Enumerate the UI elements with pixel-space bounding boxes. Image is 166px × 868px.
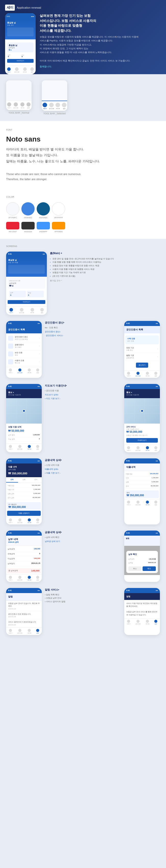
loan-desc-body: • 신청 내역 이용 bbox=[45, 463, 121, 467]
final-nav-4[interactable]: 설정 bbox=[154, 620, 157, 625]
modal-confirm-button[interactable]: 확인 bbox=[143, 566, 156, 571]
renewal-button[interactable]: 갱신하기 bbox=[136, 363, 148, 368]
swatch-rect-3 bbox=[37, 222, 50, 229]
map-phone-2: 9:41 ●● 통보 × 세이보험 이용내역 근처 서비스 bbox=[124, 384, 160, 452]
map2-nav-4[interactable]: 설정 bbox=[154, 446, 157, 451]
loan-row-value-4: 95,000,000 bbox=[33, 497, 40, 499]
loan-total: 총 대출금액 ₩ 350,000,000 bbox=[7, 502, 41, 510]
screens-label: SCREENS bbox=[6, 245, 160, 247]
lbn-item-4[interactable]: 설정 bbox=[36, 368, 39, 373]
loan-nav-4[interactable]: 설정 bbox=[36, 518, 39, 523]
list-desc-link-2[interactable]: · 공인인증서 서비스 · bbox=[45, 334, 121, 337]
payment-items: 납부금액 148,000 연체금액 0 미납금액 148,000 납부일자 20… bbox=[6, 546, 42, 567]
list-item-1[interactable]: 공인인증서 갱신 유효기간 만료 예정 › bbox=[7, 334, 41, 342]
list-desc-link[interactable]: 공인인증서 갱신• bbox=[45, 330, 121, 333]
loan2-nav-3[interactable]: 세이뷰 bbox=[146, 501, 149, 505]
toolbar-item-view[interactable]: 세이뷰 bbox=[20, 102, 24, 108]
lbn2-item-3[interactable]: 세이뷰 bbox=[146, 372, 149, 377]
toolbar-selected-item-settings[interactable]: 설정 bbox=[62, 103, 66, 109]
nav-item-settings[interactable]: 설정 bbox=[30, 67, 34, 73]
loan-tab-remain[interactable]: 잔여 bbox=[30, 477, 42, 483]
map-desc-link-1[interactable]: 지도보기 상세• bbox=[45, 393, 121, 396]
payment-nav-1[interactable]: 내보기 bbox=[9, 576, 12, 581]
list-item-3[interactable]: 보안 인증 정상 › bbox=[7, 350, 41, 358]
home-desc-item-6: (로그인 기준으로 표시됨) bbox=[50, 274, 160, 278]
map-desc-link-2[interactable]: • 지도 기본 보기 - bbox=[45, 397, 121, 400]
loan-nav-3[interactable]: 세이뷰 bbox=[27, 518, 31, 523]
toolbar-normal-bar: 내보기 공인인증 세이뷰 설정 bbox=[6, 101, 32, 110]
loan-tab-repay[interactable]: 상환 bbox=[18, 477, 30, 483]
lbn2-item-4[interactable]: 설정 bbox=[154, 372, 157, 377]
list-status-bar: 9:41 ●● bbox=[6, 321, 42, 326]
lbn-item-1[interactable]: 내보기 bbox=[9, 368, 12, 373]
final-nav-2[interactable]: 공인인증 bbox=[135, 620, 141, 625]
notif-nav-1[interactable]: 내보기 bbox=[9, 629, 12, 634]
lbn2-item-2[interactable]: 공인인증 bbox=[135, 372, 141, 377]
map-nav-1[interactable]: 내보기 bbox=[9, 445, 12, 450]
nav-item-view[interactable]: 세이뷰 bbox=[23, 67, 27, 73]
map-nav-4[interactable]: 설정 bbox=[36, 445, 39, 450]
see-more-link[interactable]: 함께합니다. bbox=[40, 65, 161, 68]
payment-nav-4[interactable]: 설정 bbox=[36, 576, 39, 581]
list2-item-2[interactable]: 발행 기관 금융결제원 › bbox=[125, 353, 159, 361]
loan-time: 9:41 bbox=[8, 460, 12, 462]
secondary-colors: #E72537 #333333 #4098FF #FF9600 bbox=[6, 222, 160, 233]
list2-item-1[interactable]: 유효 기간 보통 갱신 › bbox=[125, 345, 159, 353]
loan2-nav-4[interactable]: 설정 bbox=[154, 501, 157, 505]
notif-nav-2[interactable]: 공인인증 bbox=[17, 629, 22, 634]
toolbar-item-cert[interactable]: 공인인증 bbox=[13, 102, 18, 108]
payment-desc-link[interactable]: 납부금 상세 보기 bbox=[45, 540, 121, 543]
toolbar-selected-item-view[interactable]: 세이뷰 bbox=[56, 103, 60, 109]
toolbar-item-home[interactable]: 내보기 bbox=[7, 102, 11, 108]
final-nav-1[interactable]: 내보기 bbox=[127, 620, 131, 625]
payment-nav-2[interactable]: 공인인증 bbox=[17, 576, 22, 581]
map-nav-3[interactable]: 세이뷰 bbox=[27, 445, 31, 450]
toolbar-section: 내보기 공인인증 세이뷰 설정 TOOL BAR _ bbox=[0, 74, 166, 121]
lbn2-item-1[interactable]: 내보기 bbox=[127, 372, 131, 377]
map-title: 통보 × bbox=[8, 391, 40, 394]
lbn-item-3[interactable]: 세이뷰 bbox=[27, 368, 31, 373]
list2-renewal-btn[interactable]: 갱신하기 bbox=[125, 361, 159, 369]
loan-button[interactable]: 대출 신청하기 bbox=[7, 511, 41, 516]
home-nav-1[interactable]: 내보기 bbox=[9, 308, 13, 313]
list-item-icon-2 bbox=[8, 344, 13, 349]
home-nav-2[interactable]: 공인인증 bbox=[19, 308, 24, 313]
nav-item-cert[interactable]: 공인인증 bbox=[14, 67, 19, 73]
loan-tab-all[interactable]: 전체 bbox=[6, 477, 18, 483]
loan2-nav-2[interactable]: 공인인증 bbox=[135, 501, 141, 505]
list-item-2[interactable]: 금융인증서 갱신 필요 › bbox=[7, 342, 41, 350]
toolbar-selected-item-home[interactable]: 내보기 bbox=[43, 103, 47, 109]
toolbar-selected-item-cert[interactable]: 공인인증 bbox=[49, 103, 54, 109]
home-nav-4[interactable]: 설정 bbox=[40, 308, 44, 313]
lbn-item-2[interactable]: 공인인증 bbox=[17, 368, 22, 373]
loan2-nav-1[interactable]: 내보기 bbox=[127, 501, 131, 505]
map2-nav-1[interactable]: 내보기 bbox=[127, 446, 131, 451]
map2-nav-2[interactable]: 공인인증 bbox=[135, 446, 141, 451]
notif-nav-4[interactable]: 설정 bbox=[36, 629, 39, 634]
map-area bbox=[6, 398, 42, 424]
loan2-row-label-3: 상환 bbox=[126, 481, 129, 483]
loan-desc-link-1[interactable]: 대출내역 상세• bbox=[45, 468, 121, 471]
toolbar-item-settings[interactable]: 설정 bbox=[26, 102, 31, 108]
notif-nav-3[interactable]: 세이뷰 bbox=[27, 629, 31, 634]
list-item-4[interactable]: 사용자 인증 확인 중 › bbox=[7, 358, 41, 366]
map-nav-2[interactable]: 공인인증 bbox=[17, 445, 22, 450]
loan-desc-link-2[interactable]: • 대출 기본 보기 - bbox=[45, 472, 121, 474]
payment-nav-3[interactable]: 세이뷰 bbox=[27, 576, 31, 581]
nav-item-home[interactable]: 내보기 bbox=[7, 67, 11, 73]
payment-value-3: 148,000 bbox=[34, 557, 40, 560]
loan2-title: 대출내역 bbox=[126, 466, 158, 469]
loan-nav-1[interactable]: 내보기 bbox=[9, 518, 12, 523]
final-nav-3[interactable]: 세이뷰 bbox=[146, 620, 149, 625]
home-nav-3[interactable]: 세이뷰 bbox=[30, 308, 34, 313]
map2-btn[interactable]: 자세히 보기 bbox=[126, 438, 158, 443]
loan-nav-2[interactable]: 공인인증 bbox=[17, 518, 22, 523]
map2-nav-3[interactable]: 세이뷰 bbox=[146, 446, 149, 451]
map-nav-label-1: 내보기 bbox=[9, 448, 12, 450]
detail-button[interactable]: 자세히보기 bbox=[7, 59, 34, 63]
modal-cancel-button[interactable]: 취소 bbox=[128, 566, 142, 571]
home-detail-button[interactable]: 자세히보기 bbox=[8, 300, 45, 304]
loan-phone-1: 9:41 ●● 대출 내역 금액 현황 ₩ 350,000,000 전체 상환 … bbox=[6, 458, 42, 524]
payment-value-4: 2024.01.15 bbox=[31, 562, 40, 565]
home-card-date: 2019.10.16 이후 bbox=[9, 280, 44, 282]
